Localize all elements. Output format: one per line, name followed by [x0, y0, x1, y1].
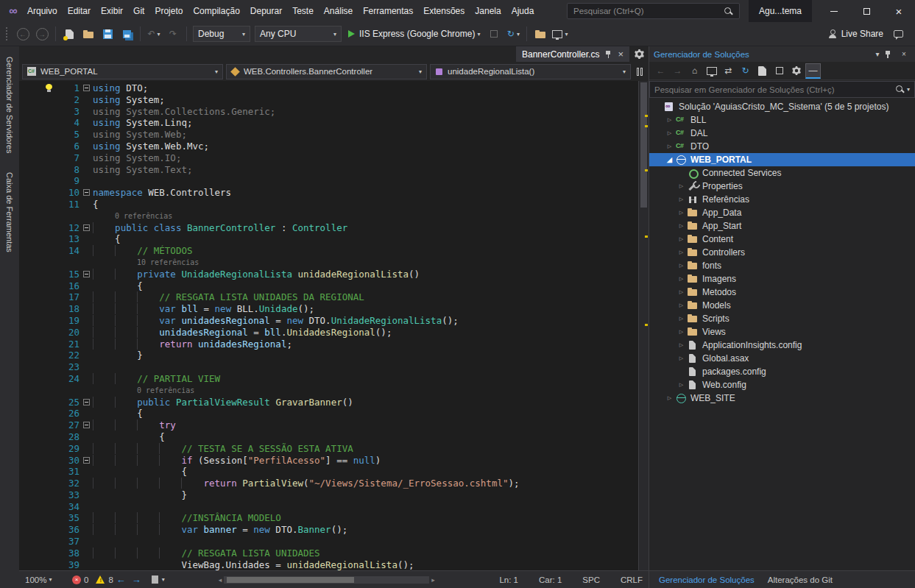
chevron-collapsed-icon[interactable]: ▷ [676, 263, 687, 269]
chevron-collapsed-icon[interactable]: ▷ [676, 223, 687, 229]
horizontal-scrollbar-thumb[interactable] [227, 577, 354, 583]
error-count[interactable]: 0 [84, 575, 88, 584]
document-tab[interactable]: BannerController.cs × [516, 46, 629, 62]
chevron-collapsed-icon[interactable]: ▷ [664, 117, 675, 123]
chevron-collapsed-icon[interactable]: ▷ [676, 342, 687, 348]
chevron-collapsed-icon[interactable]: ▷ [676, 236, 687, 242]
next-issue-button[interactable]: → [132, 574, 141, 585]
scroll-left-icon[interactable]: ◂ [216, 576, 225, 584]
close-tab-icon[interactable]: × [618, 49, 623, 59]
split-window-icon[interactable] [632, 68, 647, 76]
horizontal-scrollbar-track[interactable] [224, 576, 429, 584]
chevron-collapsed-icon[interactable]: ▷ [676, 329, 687, 335]
tab-options-button[interactable] [629, 46, 649, 62]
fold-toggle[interactable] [83, 224, 90, 231]
eol-indicator[interactable]: CRLF [621, 575, 643, 584]
new-file-button[interactable] [60, 25, 78, 43]
tree-item[interactable]: ▷DAL [649, 127, 915, 140]
sync-with-active-document-button[interactable]: ⇄ [721, 63, 736, 79]
window-position-button[interactable]: ▾ [871, 50, 884, 58]
pin-panel-button[interactable] [884, 50, 897, 59]
menu-item[interactable]: Depurar [245, 0, 287, 22]
chevron-collapsed-icon[interactable]: ▷ [676, 302, 687, 308]
tree-item[interactable]: Connected Services [649, 166, 915, 180]
search-icon[interactable] [724, 7, 733, 16]
vertical-tool-tab[interactable]: Gerenciador de Servidores [5, 49, 14, 160]
tree-item[interactable]: ▷App_Start [649, 219, 915, 233]
chevron-collapsed-icon[interactable]: ▷ [676, 276, 687, 282]
codelens-text[interactable]: 0 referências [93, 385, 638, 397]
chevron-collapsed-icon[interactable]: ▷ [676, 289, 687, 295]
panel-tab[interactable]: Gerenciador de Soluções [652, 571, 761, 588]
home-button[interactable]: ⌂ [687, 63, 702, 79]
fold-toggle[interactable] [83, 189, 90, 196]
breadcrumb-dropdown[interactable]: WEB_PORTAL▾ [22, 64, 223, 79]
preview-in-browser-button[interactable]: ▾ [551, 25, 569, 43]
redo-button[interactable]: ↷ [164, 25, 182, 43]
minimize-button[interactable] [818, 0, 850, 22]
close-button[interactable]: × [883, 0, 915, 22]
menu-item[interactable]: Compilação [188, 0, 244, 22]
chevron-collapsed-icon[interactable]: ▷ [676, 210, 687, 216]
menu-item[interactable]: Git [128, 0, 149, 22]
open-file-button[interactable] [80, 25, 97, 43]
chevron-collapsed-icon[interactable]: ▷ [664, 395, 675, 401]
navigate-back-button[interactable]: ← [14, 25, 32, 43]
breadcrumb-dropdown[interactable]: WEB.Controllers.BannerController▾ [226, 64, 427, 79]
nest-files-button[interactable] [755, 63, 770, 79]
search-icon[interactable] [895, 85, 905, 94]
tree-item[interactable]: ▷ApplicationInsights.config [649, 339, 915, 352]
tree-item[interactable]: Solução 'AguiasCristo_MC_Sistema' (5 de … [649, 100, 915, 113]
fold-toggle[interactable] [83, 422, 90, 428]
live-share-button[interactable]: Live Share [841, 29, 883, 39]
chevron-collapsed-icon[interactable]: ▷ [676, 249, 687, 255]
zoom-dropdown[interactable]: 100% ▾ [25, 575, 66, 584]
tree-item[interactable]: ◢WEB_PORTAL [649, 153, 915, 166]
menu-item[interactable]: Extensões [418, 0, 470, 22]
tree-item[interactable]: ▷Scripts [649, 312, 915, 325]
scroll-right-icon[interactable]: ▸ [429, 576, 437, 584]
lightbulb-icon[interactable] [46, 84, 52, 90]
tree-item[interactable]: ▷Referências [649, 193, 915, 206]
configuration-dropdown[interactable]: Debug ▾ [193, 26, 250, 42]
collapse-all-button[interactable] [771, 63, 787, 79]
chevron-collapsed-icon[interactable]: ▷ [664, 144, 675, 149]
menu-item[interactable]: Exibir [96, 0, 128, 22]
toolbar-grip[interactable] [6, 27, 9, 40]
menu-item[interactable]: Ferramentas [358, 0, 418, 22]
browser-link-button[interactable] [531, 25, 549, 43]
menu-item[interactable]: Análise [319, 0, 358, 22]
tree-item[interactable]: ▷DTO [649, 140, 915, 153]
menu-item[interactable]: Arquivo [22, 0, 63, 22]
tree-item[interactable]: ▷Web.config [649, 378, 915, 392]
navigate-forward-button[interactable]: → [33, 25, 51, 43]
code-editor[interactable]: 1using DTO;2using System;3using System.C… [19, 81, 649, 570]
vertical-scrollbar-thumb[interactable] [640, 82, 647, 208]
tree-item[interactable]: ▷Properties [649, 180, 915, 193]
stop-button[interactable] [485, 25, 503, 43]
tree-item[interactable]: ▷BLL [649, 113, 915, 127]
platform-dropdown[interactable]: Any CPU ▾ [255, 26, 342, 42]
tree-item[interactable]: ▷Content [649, 233, 915, 246]
solution-search-input[interactable]: Pesquisar em Gerenciador de Soluções (Ct… [649, 81, 915, 98]
account-button[interactable]: Agu...tema [749, 0, 812, 22]
panel-back-button[interactable]: ← [653, 63, 668, 79]
tree-item[interactable]: ▷Views [649, 325, 915, 339]
previous-issue-button[interactable]: ← [116, 574, 126, 585]
refresh-button[interactable]: ↻▾ [504, 25, 522, 43]
breadcrumb-dropdown[interactable]: unidadeRegionalLista()▾ [430, 64, 631, 79]
tree-item[interactable]: ▷WEB_SITE [649, 392, 915, 405]
horizontal-scrollbar[interactable]: ◂ ▸ [216, 575, 437, 584]
tree-item[interactable]: ▷fonts [649, 259, 915, 272]
chevron-collapsed-icon[interactable]: ▷ [676, 355, 687, 361]
undo-button[interactable]: ↶▾ [145, 25, 163, 43]
feedback-icon[interactable] [894, 30, 903, 38]
pin-icon[interactable] [605, 50, 612, 59]
menu-item[interactable]: Teste [287, 0, 319, 22]
tree-item[interactable]: ▷Controllers [649, 246, 915, 259]
chevron-collapsed-icon[interactable]: ▷ [676, 382, 687, 388]
chevron-expanded-icon[interactable]: ◢ [664, 156, 675, 163]
chevron-collapsed-icon[interactable]: ▷ [664, 130, 675, 136]
switch-views-button[interactable] [704, 63, 719, 79]
chevron-collapsed-icon[interactable]: ▷ [676, 316, 687, 322]
